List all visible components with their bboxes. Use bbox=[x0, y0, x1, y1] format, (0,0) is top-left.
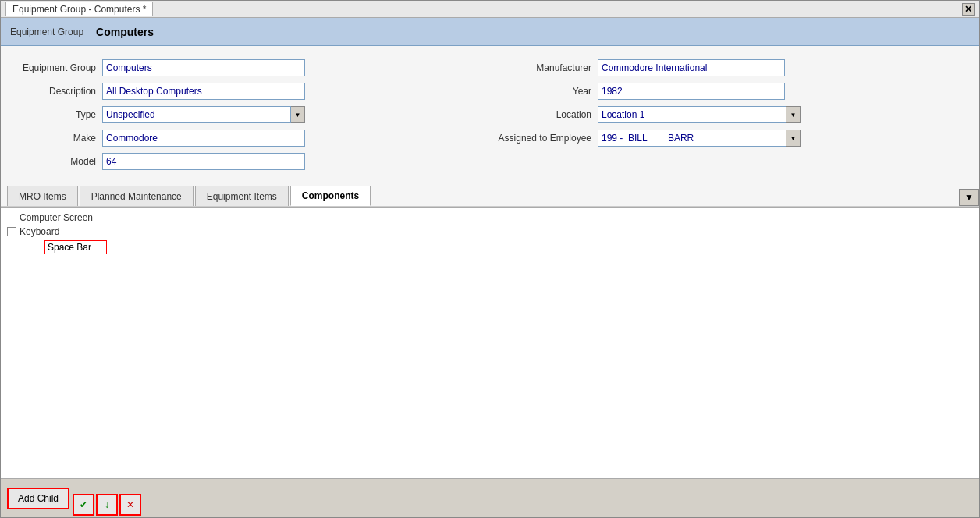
tree-item-computer-screen: Computer Screen bbox=[7, 211, 973, 225]
year-input[interactable] bbox=[598, 83, 785, 100]
manufacturer-label: Manufacturer bbox=[490, 62, 591, 73]
location-field-wrapper: ▼ bbox=[598, 106, 801, 123]
tab-planned-maintenance[interactable]: Planned Maintenance bbox=[80, 186, 194, 206]
tabs-dropdown-button[interactable]: ▼ bbox=[959, 189, 979, 206]
year-label: Year bbox=[490, 86, 591, 97]
title-bar: Equipment Group - Computers * ✕ bbox=[1, 1, 979, 18]
form-section: Equipment Group Description Type ▼ bbox=[1, 46, 979, 179]
tab-equipment-items[interactable]: Equipment Items bbox=[195, 186, 289, 206]
location-input[interactable] bbox=[598, 106, 786, 123]
confirm-button[interactable]: ✔ bbox=[73, 494, 94, 516]
equipment-group-input[interactable] bbox=[102, 59, 305, 76]
description-label: Description bbox=[10, 86, 96, 97]
type-dropdown-button[interactable]: ▼ bbox=[291, 106, 305, 123]
assigned-employee-label: Assigned to Employee bbox=[490, 133, 591, 144]
model-input[interactable] bbox=[102, 153, 305, 170]
cancel-icon: ✕ bbox=[126, 499, 134, 510]
save-down-button[interactable]: ↓ bbox=[96, 494, 118, 516]
cancel-button[interactable]: ✕ bbox=[119, 494, 141, 516]
keyboard-toggle[interactable]: - bbox=[7, 227, 16, 236]
equipment-group-label: Equipment Group bbox=[10, 27, 83, 37]
tree-item-space-bar bbox=[7, 239, 973, 256]
tabs-row: MRO Items Planned Maintenance Equipment … bbox=[7, 186, 372, 206]
assigned-employee-dropdown-button[interactable]: ▼ bbox=[786, 130, 801, 147]
header-bar: Equipment Group Computers bbox=[1, 18, 979, 46]
form-row-type: Type ▼ bbox=[10, 105, 490, 124]
equipment-group-field-label: Equipment Group bbox=[10, 62, 96, 73]
bottom-bar: Add Child ✔ ↓ ✕ bbox=[1, 478, 979, 517]
location-label: Location bbox=[490, 109, 591, 120]
tree-area: Computer Screen - Keyboard bbox=[1, 208, 979, 259]
make-input[interactable] bbox=[102, 130, 305, 147]
down-arrow-icon: ↓ bbox=[105, 499, 109, 510]
tree-label-computer-screen[interactable]: Computer Screen bbox=[20, 212, 93, 223]
space-bar-input[interactable] bbox=[44, 240, 107, 254]
title-bar-left: Equipment Group - Computers * bbox=[5, 2, 153, 16]
form-row-location: Location ▼ bbox=[490, 105, 970, 124]
form-row-year: Year bbox=[490, 82, 970, 101]
action-buttons: ✔ ↓ ✕ bbox=[73, 494, 141, 516]
content-area: Computer Screen - Keyboard bbox=[1, 207, 979, 478]
form-left: Equipment Group Description Type ▼ bbox=[10, 59, 490, 171]
tabs-dropdown-icon: ▼ bbox=[964, 192, 974, 203]
window-title: Equipment Group - Computers * bbox=[12, 4, 146, 15]
type-field-wrapper: ▼ bbox=[102, 106, 305, 123]
tabs-wrapper: MRO Items Planned Maintenance Equipment … bbox=[7, 186, 979, 206]
tabs-section: MRO Items Planned Maintenance Equipment … bbox=[1, 179, 979, 207]
tree-label-keyboard[interactable]: Keyboard bbox=[20, 226, 59, 237]
form-row-manufacturer: Manufacturer bbox=[490, 59, 970, 77]
main-window: Equipment Group - Computers * ✕ Equipmen… bbox=[0, 0, 980, 518]
title-tab: Equipment Group - Computers * bbox=[5, 2, 153, 16]
type-label: Type bbox=[10, 109, 96, 120]
add-child-label: Add Child bbox=[18, 493, 59, 504]
tree-item-keyboard: - Keyboard bbox=[7, 225, 973, 239]
form-row-model: Model bbox=[10, 152, 490, 171]
manufacturer-input[interactable] bbox=[598, 59, 785, 76]
make-label: Make bbox=[10, 133, 96, 144]
form-row-make: Make bbox=[10, 129, 490, 147]
checkmark-icon: ✔ bbox=[80, 499, 87, 510]
form-right: Manufacturer Year Location ▼ bbox=[490, 59, 970, 171]
equipment-group-title: Computers bbox=[96, 26, 154, 38]
tab-components[interactable]: Components bbox=[290, 186, 371, 206]
type-input[interactable] bbox=[102, 106, 291, 123]
model-label: Model bbox=[10, 156, 96, 167]
tab-mro-items[interactable]: MRO Items bbox=[7, 186, 78, 206]
assigned-employee-wrapper: ▼ bbox=[598, 130, 801, 147]
form-row-assigned-employee: Assigned to Employee ▼ bbox=[490, 129, 970, 147]
description-input[interactable] bbox=[102, 83, 305, 100]
assigned-employee-input[interactable] bbox=[598, 130, 786, 147]
form-row-equipment-group: Equipment Group bbox=[10, 59, 490, 77]
form-row-description: Description bbox=[10, 82, 490, 101]
add-child-button[interactable]: Add Child bbox=[7, 488, 69, 509]
close-button[interactable]: ✕ bbox=[962, 3, 975, 16]
close-icon: ✕ bbox=[964, 4, 972, 15]
location-dropdown-button[interactable]: ▼ bbox=[786, 106, 801, 123]
